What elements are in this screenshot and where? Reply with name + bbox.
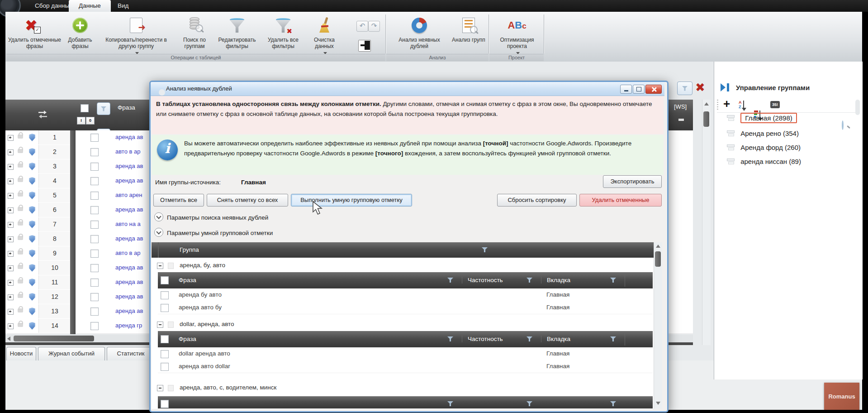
- group-tree-item[interactable]: аренда ниссан (89): [727, 156, 801, 168]
- collapse-icon[interactable]: [157, 263, 163, 269]
- group-tree-item[interactable]: Главная (2898): [727, 112, 797, 124]
- funnel-icon[interactable]: [610, 336, 616, 341]
- row-checkbox[interactable]: [90, 163, 99, 171]
- pin-icon[interactable]: [678, 119, 684, 121]
- search-groups-icon[interactable]: [842, 120, 844, 130]
- dialog-scrollbar[interactable]: [654, 242, 662, 409]
- maximize-button[interactable]: [633, 85, 645, 94]
- row-checkbox[interactable]: [90, 221, 99, 229]
- close-button[interactable]: [645, 85, 662, 94]
- row-checkbox[interactable]: [90, 134, 99, 142]
- group-column-header[interactable]: Группа: [152, 242, 654, 258]
- phrase-cell[interactable]: аренда гр: [115, 322, 142, 329]
- tab-view[interactable]: Вид: [108, 0, 138, 12]
- sort-alpha-button[interactable]: A Z: [739, 100, 749, 110]
- phrase-column-header[interactable]: Фраза: [118, 104, 135, 111]
- edit-filters-button[interactable]: Редактировать фильтры: [214, 15, 260, 57]
- optimize-project-button[interactable]: ABc Оптимизация проекта: [492, 15, 542, 57]
- phrase-row[interactable]: аренда бу авто Главная: [158, 288, 653, 302]
- selected-group[interactable]: Главная (2898): [740, 113, 797, 123]
- redo-button[interactable]: ↷: [368, 21, 380, 32]
- duplicate-group-row[interactable]: аренда, бу, авто: [152, 259, 654, 272]
- add-phrases-button[interactable]: Добавить фразы: [64, 15, 96, 57]
- expand-icon[interactable]: [8, 164, 14, 170]
- reset-sorting-button[interactable]: Сбросить сортировку: [497, 194, 577, 206]
- phrase-cell[interactable]: авто в ар: [115, 250, 140, 256]
- row-checkbox[interactable]: [90, 264, 99, 272]
- tab-data[interactable]: Данные: [69, 0, 111, 12]
- row-checkbox[interactable]: [90, 250, 99, 258]
- export-button[interactable]: Экспортировать: [603, 175, 662, 188]
- expand-icon[interactable]: [8, 222, 14, 228]
- search-params-section[interactable]: Параметры поиска неявных дублей: [154, 212, 268, 224]
- phrase-cell[interactable]: аренда ав: [115, 163, 143, 169]
- expand-icon[interactable]: [8, 280, 14, 286]
- row-checkbox[interactable]: [90, 322, 99, 330]
- funnel-icon[interactable]: [447, 336, 453, 341]
- expand-icon[interactable]: [8, 207, 14, 213]
- delete-marked-button[interactable]: Удалить отмеченные: [579, 194, 662, 206]
- funnel-icon[interactable]: [482, 247, 488, 252]
- phrase-cell[interactable]: аренда ав: [115, 177, 143, 184]
- funnel-icon[interactable]: [447, 278, 453, 283]
- funnel-icon[interactable]: [526, 336, 532, 341]
- copy-move-button[interactable]: ➜ Копировать/перенести в другую группу: [98, 15, 175, 57]
- row-checkbox[interactable]: [90, 293, 99, 301]
- quick-filter-button[interactable]: [677, 82, 693, 95]
- phrase-cell[interactable]: авто в ар: [115, 148, 140, 155]
- clear-filter-x-button[interactable]: ✖: [695, 81, 705, 95]
- phrase-row[interactable]: аренда авто бу Главная: [158, 301, 653, 314]
- drag-handle[interactable]: [717, 100, 718, 110]
- row-checkbox[interactable]: [90, 177, 99, 185]
- counter-badge-button[interactable]: 35!: [770, 101, 780, 108]
- group-select-checkbox[interactable]: [161, 400, 169, 408]
- phrase-checkbox[interactable]: [161, 304, 169, 312]
- phrase-row[interactable]: dollar аренда авто Главная: [158, 347, 653, 360]
- smart-mark-params-section[interactable]: Параметры умной групповой отметки: [154, 227, 273, 239]
- undo-button[interactable]: ↶: [356, 21, 368, 32]
- tab-event-log[interactable]: Журнал событий: [38, 347, 105, 361]
- smart-group-mark-button[interactable]: Выполнить умную групповую отметку: [291, 194, 412, 206]
- ws-column-header[interactable]: [WS]: [674, 103, 687, 110]
- scrollbar-thumb[interactable]: [14, 336, 94, 341]
- unmark-all-button[interactable]: Снять отметку со всех: [207, 194, 288, 206]
- scroll-down-icon[interactable]: [656, 402, 660, 405]
- phrase-cell[interactable]: аренда ав: [115, 293, 143, 300]
- collapse-panel-icon[interactable]: [720, 82, 731, 92]
- phrase-cell[interactable]: аренда ав: [115, 235, 143, 242]
- expand-icon[interactable]: [8, 251, 14, 257]
- scrollbar-thumb[interactable]: [655, 251, 661, 267]
- expand-icon[interactable]: [8, 135, 14, 141]
- sort-transfer-icon[interactable]: [38, 110, 48, 119]
- tab-news[interactable]: Новости: [6, 347, 36, 361]
- group-tree-item[interactable]: Аренда рено (354): [727, 128, 799, 139]
- scrollbar-thumb[interactable]: [703, 111, 709, 127]
- group-select-checkbox[interactable]: [161, 276, 169, 284]
- column-splitter[interactable]: [70, 130, 76, 334]
- phrase-row[interactable]: аренда авто dollar Главная: [158, 360, 653, 373]
- group-tree-item[interactable]: Аренда форд (260): [727, 142, 801, 154]
- add-group-button[interactable]: +: [723, 97, 730, 111]
- delete-marked-phrases-button[interactable]: ✖✓ Удалить отмеченные фразы: [6, 15, 63, 57]
- row-checkbox[interactable]: [90, 192, 99, 200]
- scroll-up-icon[interactable]: [656, 245, 660, 248]
- scroll-left-icon[interactable]: [7, 336, 10, 341]
- phrase-cell[interactable]: аренда ав: [115, 134, 143, 140]
- expand-icon[interactable]: [8, 193, 14, 199]
- expand-icon[interactable]: [8, 323, 14, 329]
- collapse-icon[interactable]: [157, 385, 163, 391]
- phrase-checkbox[interactable]: [161, 291, 169, 299]
- phrase-cell[interactable]: аренда ав: [115, 279, 143, 285]
- expand-icon[interactable]: [8, 294, 14, 300]
- funnel-icon[interactable]: [610, 278, 616, 283]
- row-checkbox[interactable]: [90, 307, 99, 316]
- invert-off-button[interactable]: 0: [86, 117, 95, 125]
- phrase-cell[interactable]: аренда ав: [115, 264, 143, 271]
- analyze-implicit-duplicates-button[interactable]: Анализ неявных дублей: [390, 15, 449, 57]
- duplicate-group-row[interactable]: аренда, авто, с, водителем, минск: [152, 381, 654, 394]
- phrase-checkbox[interactable]: [161, 363, 169, 371]
- phrase-cell[interactable]: авто арен: [115, 192, 142, 198]
- mark-filter-button[interactable]: [97, 102, 110, 115]
- expand-icon[interactable]: [8, 265, 14, 271]
- expand-icon[interactable]: [8, 309, 14, 315]
